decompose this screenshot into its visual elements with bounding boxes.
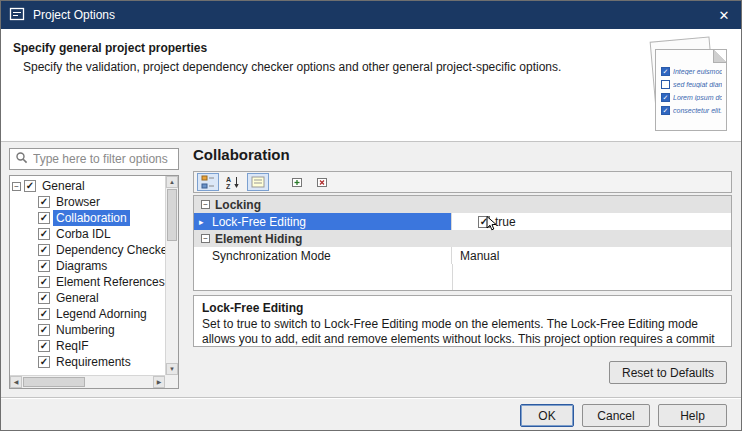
close-icon[interactable]: ✕ (707, 1, 741, 29)
cancel-button[interactable]: Cancel (582, 404, 650, 427)
property-name: Lock-Free Editing (212, 215, 306, 229)
reset-to-defaults-button[interactable]: Reset to Defaults (609, 361, 727, 384)
collapse-icon[interactable] (312, 173, 334, 191)
property-value: Manual (460, 249, 499, 263)
project-options-dialog: Project Options ✕ Specify general projec… (0, 0, 742, 431)
tree-item-label: General (39, 178, 88, 194)
collapse-expander-icon[interactable]: − (12, 182, 21, 191)
properties-table: − Locking ▸ Lock-Free Editing ✓ true − E… (193, 195, 732, 291)
tree-item-label: General (53, 290, 102, 306)
checkbox-icon: ✓ (661, 67, 670, 76)
tree-item-label: Corba IDL (53, 226, 114, 242)
vertical-scrollbar[interactable]: ▲ ▼ (165, 176, 178, 375)
checkbox-icon[interactable]: ✓ (38, 340, 50, 352)
tree-item-label: Dependency Checker (53, 242, 165, 258)
horizontal-scrollbar[interactable]: ◀ ▶ (10, 375, 165, 388)
tree-item-label: Legend Adorning (53, 306, 150, 322)
group-row-element-hiding[interactable]: − Element Hiding (194, 230, 731, 247)
search-icon (15, 151, 28, 167)
checklist-text: Lorem ipsum dolor (673, 94, 722, 101)
tree-items: − ✓ General ✓ Browser ✓ Collaboration ✓ … (10, 176, 165, 375)
help-button[interactable]: Help (658, 404, 727, 427)
expand-icon[interactable] (287, 173, 309, 191)
property-value: true (495, 215, 516, 229)
sidebar-item-browser[interactable]: ✓ Browser (10, 194, 165, 210)
checkbox-icon[interactable]: ✓ (38, 212, 50, 224)
show-description-icon[interactable] (247, 173, 269, 191)
mouse-cursor (486, 216, 498, 235)
checkbox-icon[interactable]: ✓ (38, 196, 50, 208)
tree-item-label: Browser (53, 194, 103, 210)
checklist-text: consectetur elit. (673, 107, 722, 114)
collapse-group-icon[interactable]: − (201, 234, 210, 243)
property-name-cell[interactable]: Synchronization Mode (194, 247, 452, 264)
sidebar-item-general-root[interactable]: − ✓ General (10, 178, 165, 194)
sidebar-item-requirements[interactable]: ✓ Requirements (10, 354, 165, 370)
sidebar-item-element-references[interactable]: ✓ Element References (10, 274, 165, 290)
sidebar-item-legend-adorning[interactable]: ✓ Legend Adorning (10, 306, 165, 322)
sidebar-item-dependency-checker[interactable]: ✓ Dependency Checker (10, 242, 165, 258)
checklist-text: Integer euismod mollis (673, 68, 722, 75)
tree-item-label: ReqIF (53, 338, 92, 354)
scrollbar-thumb[interactable] (23, 377, 85, 387)
sidebar-item-reqif[interactable]: ✓ ReqIF (10, 338, 165, 354)
checkbox-icon[interactable]: ✓ (38, 356, 50, 368)
group-row-locking[interactable]: − Locking (194, 196, 731, 213)
checkbox-icon[interactable]: ✓ (38, 292, 50, 304)
checkbox-icon[interactable]: ✓ (38, 276, 50, 288)
checklist-row: ✓ Integer euismod mollis (661, 67, 722, 76)
property-name-cell[interactable]: ▸ Lock-Free Editing (194, 213, 452, 230)
checklist-row: ✓ Lorem ipsum dolor (661, 93, 722, 102)
tree-item-label: Requirements (53, 354, 134, 370)
property-value-cell[interactable]: ✓ true (452, 213, 731, 230)
scroll-left-icon[interactable]: ◀ (10, 376, 22, 388)
checkbox-icon[interactable]: ✓ (38, 244, 50, 256)
checkbox-icon: ✓ (661, 93, 670, 102)
properties-toolbar: AZ (193, 171, 732, 193)
property-value-cell[interactable]: Manual (452, 247, 731, 264)
footer-separator (1, 397, 741, 399)
checkbox-icon[interactable]: ✓ (38, 260, 50, 272)
scroll-down-icon[interactable]: ▼ (166, 363, 178, 375)
document-page-front: ✓ Integer euismod mollis sed feugiat dia… (655, 49, 727, 131)
collapse-group-icon[interactable]: − (201, 200, 210, 209)
checklist-row: sed feugiat diam et. (661, 80, 722, 89)
sidebar-item-collaboration[interactable]: ✓ Collaboration (10, 210, 165, 226)
categorized-view-icon[interactable] (197, 173, 219, 191)
checkbox-icon[interactable]: ✓ (38, 308, 50, 320)
description-title: Lock-Free Editing (202, 301, 723, 315)
checkbox-icon[interactable]: ✓ (38, 228, 50, 240)
checkbox-empty-icon (661, 80, 670, 89)
property-row-synchronization-mode[interactable]: Synchronization Mode Manual (194, 247, 731, 264)
ok-button[interactable]: OK (520, 404, 574, 427)
header-subtitle: Specify the validation, project dependen… (23, 60, 561, 74)
group-label: Element Hiding (215, 232, 302, 246)
tree-item-label: Diagrams (53, 258, 110, 274)
checklist-text: sed feugiat diam et. (673, 81, 722, 88)
checkbox-icon: ✓ (661, 106, 670, 115)
scrollbar-corner (165, 375, 178, 388)
sidebar-item-corba-idl[interactable]: ✓ Corba IDL (10, 226, 165, 242)
checklist-row: ✓ consectetur elit. (661, 106, 722, 115)
sort-alphabetically-icon[interactable]: AZ (222, 173, 244, 191)
sidebar-item-general[interactable]: ✓ General (10, 290, 165, 306)
scroll-right-icon[interactable]: ▶ (153, 376, 165, 388)
sidebar-item-numbering[interactable]: ✓ Numbering (10, 322, 165, 338)
tree-item-label: Numbering (53, 322, 118, 338)
scrollbar-thumb[interactable] (167, 189, 177, 241)
filter-input[interactable] (33, 152, 173, 166)
title-bar: Project Options ✕ (1, 1, 741, 29)
tree-item-label: Collaboration (53, 210, 130, 226)
sidebar-item-diagrams[interactable]: ✓ Diagrams (10, 258, 165, 274)
tree-item-label: Element References (53, 274, 165, 290)
checkbox-icon[interactable]: ✓ (24, 180, 36, 192)
options-tree: − ✓ General ✓ Browser ✓ Collaboration ✓ … (9, 175, 179, 389)
header-title: Specify general project properties (13, 41, 207, 55)
scroll-up-icon[interactable]: ▲ (166, 176, 178, 188)
filter-box (9, 148, 179, 170)
svg-text:Z: Z (226, 183, 231, 190)
property-row-lock-free-editing[interactable]: ▸ Lock-Free Editing ✓ true (194, 213, 731, 230)
checkbox-icon[interactable]: ✓ (38, 324, 50, 336)
property-name: Synchronization Mode (212, 249, 331, 263)
row-marker-icon: ▸ (199, 217, 204, 227)
